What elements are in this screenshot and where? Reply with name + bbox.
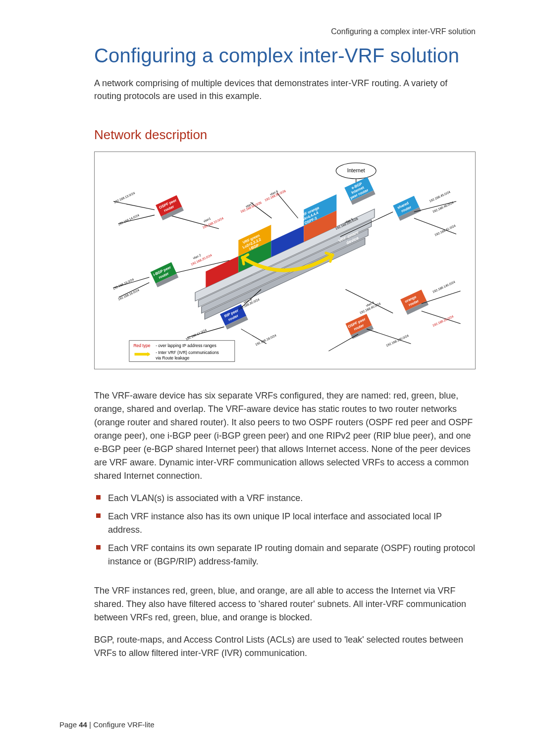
svg-text:192.168.17.0/24: 192.168.17.0/24: [185, 328, 207, 341]
list-item: Each VLAN(s) is associated with a VRF in…: [94, 492, 476, 505]
footer-doc-title: Configure VRF-lite: [93, 720, 154, 729]
intro-paragraph: A network comprising of multiple devices…: [94, 77, 476, 102]
svg-text:Red type: Red type: [133, 343, 150, 348]
svg-line-75: [422, 291, 461, 304]
page-title: Configuring a complex inter-VRF solution: [94, 45, 476, 67]
svg-line-78: [328, 334, 358, 351]
internet-label: Internet: [347, 167, 365, 173]
page-footer: Page 44 | Configure VRF-lite: [59, 720, 155, 729]
paragraph: The VRF instances red, green, blue, and …: [94, 584, 476, 624]
svg-line-67: [113, 202, 155, 210]
paragraph: The VRF-aware device has six separate VR…: [94, 389, 476, 483]
footer-page-number: 44: [79, 720, 87, 729]
svg-text:- over lapping IP address rang: - over lapping IP address ranges: [156, 343, 216, 348]
svg-text:192.168.190.0/24: 192.168.190.0/24: [385, 334, 409, 348]
svg-text:192.168.14.0/24: 192.168.14.0/24: [117, 213, 140, 226]
svg-text:via Route leakage: via Route leakage: [156, 355, 189, 360]
svg-text:192.168.18.0/24: 192.168.18.0/24: [255, 334, 277, 347]
running-header: Configuring a complex inter-VRF solution: [331, 27, 476, 36]
svg-text:192.168.46.0/24: 192.168.46.0/24: [432, 201, 454, 213]
page: Configuring a complex inter-VRF solution…: [0, 0, 535, 756]
list-item: Each VRF instance also has its own uniqu…: [94, 510, 476, 537]
svg-text:192.168.16.0/24: 192.168.16.0/24: [117, 288, 140, 301]
svg-text:192.168.20.0/24: 192.168.20.0/24: [432, 314, 454, 327]
diagram-svg: Internet: [98, 155, 472, 366]
section-heading: Network description: [94, 127, 476, 143]
footer-separator: |: [89, 720, 91, 729]
svg-text:192.168.140.0/24: 192.168.140.0/24: [432, 280, 456, 294]
svg-text:192.168.41.0/24: 192.168.41.0/24: [434, 224, 456, 237]
body-text: The VRF-aware device has six separate VR…: [94, 389, 476, 660]
list-item: Each VRF contains its own separate IP ro…: [94, 542, 476, 568]
bullet-list: Each VLAN(s) is associated with a VRF in…: [94, 492, 476, 568]
network-diagram: Internet: [94, 151, 476, 369]
paragraph: BGP, route-maps, and Access Control List…: [94, 633, 476, 660]
svg-text:192.168.13.0/24: 192.168.13.0/24: [113, 191, 136, 204]
svg-text:- Inter VRF (IVR) communicatio: - Inter VRF (IVR) communications: [156, 351, 219, 355]
footer-page-word: Page: [59, 720, 77, 729]
svg-text:192.168.15.0/24: 192.168.15.0/24: [112, 278, 134, 291]
svg-text:192.168.45.0/24: 192.168.45.0/24: [428, 190, 451, 203]
